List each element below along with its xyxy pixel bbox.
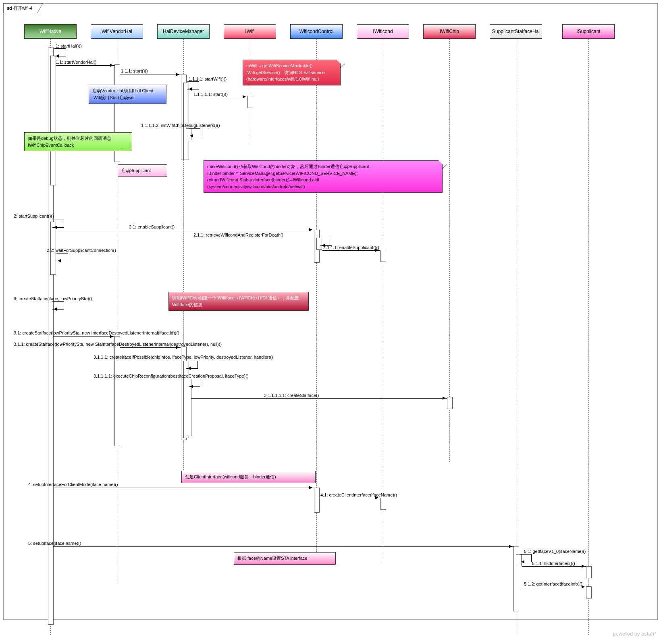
activation [380, 498, 386, 510]
note-iwifichip: 调用IWifiChip创建一个IWifiIface（IWifiChip HIDL… [168, 292, 309, 311]
message-createclientinterface: 4.1: createClientInterface(ifaceName)() [320, 492, 397, 497]
message-createstaiface1: 3.1: createStaIface(lowPrioritySta, new … [14, 330, 179, 335]
lifeline-haldevicemanager: HalDeviceManager [157, 24, 210, 39]
lifeline-head: ISupplicant [562, 24, 615, 39]
arrow [191, 398, 447, 399]
arrow [319, 498, 380, 498]
activation [314, 488, 320, 513]
activation [380, 250, 386, 262]
self-call [320, 238, 332, 246]
activation [50, 56, 56, 185]
sequence-diagram: sd 打开wifi-4 WifiNative WifiVendorHal Hal… [0, 0, 661, 644]
message-setupclientmode: 4: setupInterfaceForClientMode(iface.nam… [28, 482, 118, 487]
note-makewificond: makeWificond() {//获取WifiCond的binder对象，然后… [204, 160, 443, 193]
arrow [120, 347, 181, 348]
arrow [53, 488, 314, 488]
activation [586, 586, 592, 598]
lifeline-head: SupplicantStaIfaceHal [490, 24, 542, 39]
arrow [189, 97, 247, 97]
message-enablesupplicant2: 2.1.1.1: enableSupplicant()() [323, 245, 379, 250]
activation [183, 83, 189, 160]
lifeline-wifivendorhal: WifiVendorHal [91, 24, 143, 39]
activation [114, 337, 120, 446]
lifeline-head: WificondControl [290, 24, 343, 39]
message-createstaiface3: 3.1.1.1.1.1: createStaIface() [264, 393, 319, 398]
lifeline-head: WifiVendorHal [91, 24, 143, 39]
lifeline-supplicantstaifacehal: SupplicantStaIfaceHal [490, 24, 542, 39]
note-supplicant: 启动Supplicant [118, 164, 167, 177]
lifeline-dash [516, 39, 516, 635]
lifeline-dash [383, 39, 383, 563]
frame-tag: sd 打开wifi-4 [3, 3, 39, 13]
arrow [53, 546, 513, 547]
self-call [54, 48, 66, 56]
message-start2: 1.1.1.1.1: start()() [193, 92, 228, 97]
arrow [56, 65, 114, 66]
self-call [52, 220, 64, 228]
message-enablesupplicant: 2.1: enableSupplicant() [129, 224, 175, 229]
note-clientinterface: 创建ClientInterface(wificond服务，binder通信) [181, 471, 316, 483]
message-startsupplicant: 2: startSupplicant()() [14, 214, 54, 218]
message-createifacepossible: 3.1.1.1: createIfaceIfPossible(chipInfos… [94, 355, 273, 359]
activation [586, 566, 592, 578]
self-call [56, 253, 68, 261]
lifeline-head: HalDeviceManager [157, 24, 210, 39]
activation [447, 397, 453, 409]
lifeline-head: IWifiChip [423, 24, 476, 39]
self-call [189, 379, 200, 387]
message-getifacev10: 5.1: getIfaceV1_0(ifaceName)() [524, 549, 586, 554]
lifeline-iwifichip: IWifiChip [423, 24, 476, 39]
self-call [186, 361, 198, 369]
message-waitforsupplicant: 2.2: waitForSupplicantConnection() [47, 248, 116, 253]
message-initdebug: 1.1.1.1.2: initWifiChipDebugListeners()(… [141, 123, 220, 128]
message-getinterface: 5.1.2: getInterface(ifaceInfo)() [524, 582, 582, 586]
message-executechip: 3.1.1.1.1: executeChipReconfiguration(be… [94, 374, 249, 378]
lifeline-head: IWificond [357, 24, 409, 39]
arrow [522, 566, 586, 567]
lifeline-dash [588, 39, 589, 635]
message-listinterfaces: 5.1.1: listInterfaces()() [532, 561, 575, 566]
lifeline-iwifi: IWifi [224, 24, 276, 39]
arrow [520, 587, 586, 587]
note-stainterface: 根据Iface的Name设置STA interface [234, 552, 336, 565]
self-call [52, 301, 64, 310]
message-start: 1.1.1: start()() [121, 69, 148, 73]
lifeline-isupplicant: ISupplicant [562, 24, 615, 39]
message-startvendorhal: 1.1: startVendorHal() [56, 60, 97, 64]
note-mockable: mWifi = getWifiServiceMockable() IWifi.g… [243, 60, 341, 85]
lifeline-head: WifiNative [24, 24, 77, 39]
arrow [120, 75, 181, 75]
arrow [322, 250, 380, 251]
lifeline-wificondcontrol: WificondControl [290, 24, 343, 39]
self-call [187, 81, 199, 89]
footer-text: powered by astah* [613, 631, 656, 637]
note-debug: 如果是debug状态，则兼容芯片的回调消息IWifiChipEventCallb… [24, 132, 132, 151]
lifeline-iwificond: IWificond [357, 24, 409, 39]
message-startwifi: 1.1.1.1: startWifi()() [189, 77, 227, 81]
lifeline-wifinative: WifiNative [24, 24, 77, 39]
arrow [53, 337, 114, 337]
message-createstaiface2: 3.1.1: createStaIface(lowPrioritySta, ne… [14, 342, 222, 347]
message-setupiface: 5: setupIface(iface.name)() [28, 541, 81, 546]
message-retrievewificond: 2.1.1: retrieveWificondAndRegisterForDea… [193, 233, 283, 237]
note-vendor: 启动Vendor Hal,调用Hidl Client IWifi接口Start启… [89, 85, 166, 104]
message-createstaiface: 3: createStaIface(iface, lowPrioritySta)… [14, 296, 92, 301]
lifeline-dash [250, 39, 250, 143]
arrow [56, 230, 314, 230]
lifeline-head: IWifi [224, 24, 276, 39]
self-call [189, 128, 200, 136]
lifeline-dash [316, 39, 317, 563]
activation [247, 96, 253, 108]
self-call [520, 554, 532, 562]
message-starthal: 1: startHal()() [56, 44, 82, 48]
